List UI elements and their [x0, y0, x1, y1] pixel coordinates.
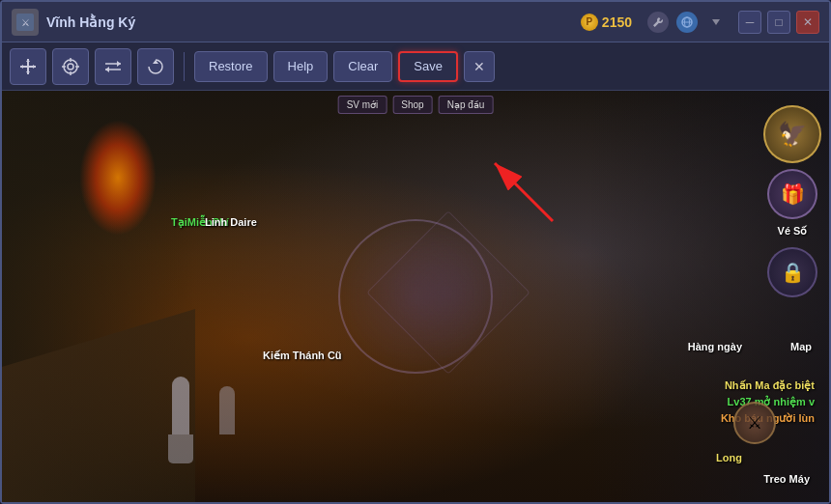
- linh-daire-label: Linh Daire: [205, 216, 257, 228]
- svg-marker-5: [712, 19, 720, 25]
- svg-marker-11: [33, 65, 36, 69]
- window-controls: ─ □ ✕: [738, 11, 819, 34]
- treo-may-label: Treo Máy: [763, 473, 810, 485]
- wrench-icon[interactable]: [647, 12, 669, 33]
- swap-tool-button[interactable]: [95, 48, 131, 85]
- target-tool-button[interactable]: [52, 48, 89, 85]
- character2-area: [215, 386, 239, 454]
- svg-marker-19: [117, 61, 121, 67]
- svg-point-12: [64, 60, 77, 73]
- lock-btn[interactable]: 🔒: [767, 247, 817, 297]
- map-label: Map: [790, 341, 812, 352]
- svg-text:⚔: ⚔: [21, 17, 30, 28]
- window-title: Vĩnh Hằng Ký: [46, 14, 581, 30]
- maximize-button[interactable]: □: [767, 11, 790, 34]
- gift-btn[interactable]: 🎁: [767, 169, 817, 219]
- coin-display: P 2150: [581, 14, 632, 31]
- titlebar: ⚔ Vĩnh Hằng Ký P 2150: [2, 2, 829, 42]
- svg-marker-10: [20, 65, 23, 69]
- game-area: SV mới Shop Nạp đầu TạiMiễnPhí Linh Dair…: [2, 91, 829, 502]
- help-button[interactable]: Help: [273, 51, 329, 82]
- toolbar-divider: [184, 52, 185, 81]
- coin-amount: 2150: [602, 14, 632, 30]
- ve-so-label: Vé Số: [778, 225, 808, 238]
- dropdown-icon[interactable]: [705, 12, 727, 33]
- coin-icon: P: [581, 14, 598, 31]
- shop-btn[interactable]: Shop: [392, 96, 432, 114]
- save-button[interactable]: Save: [398, 51, 458, 82]
- svg-marker-21: [105, 67, 109, 72]
- long-label: Long: [716, 452, 742, 463]
- hang-ngay-label: Hàng ngày: [688, 341, 742, 352]
- fire-effect: [79, 120, 157, 236]
- titlebar-extra-icons: [647, 12, 727, 33]
- globe-icon[interactable]: [676, 12, 698, 33]
- app-window: ⚔ Vĩnh Hằng Ký P 2150: [0, 0, 831, 504]
- eagle-icon-btn[interactable]: 🦅: [763, 105, 821, 163]
- rotate-tool-button[interactable]: [137, 48, 174, 85]
- toolbar-close-button[interactable]: ✕: [464, 51, 495, 82]
- svg-marker-8: [26, 59, 30, 62]
- clear-button[interactable]: Clear: [333, 51, 392, 82]
- kiem-thanh-label: Kiếm Thánh Cũ: [263, 350, 342, 362]
- restore-button[interactable]: Restore: [194, 51, 268, 82]
- right-game-ui: 🦅 🎁 Vé Số 🔒: [763, 105, 821, 297]
- sv-moi-btn[interactable]: SV mới: [338, 96, 387, 114]
- app-icon: ⚔: [12, 9, 39, 36]
- toolbar: Restore Help Clear Save ✕: [2, 42, 829, 91]
- character-area: [166, 377, 195, 463]
- nhan-ma-label: Nhấn Ma đặc biệt: [721, 379, 815, 392]
- move-tool-button[interactable]: [10, 48, 46, 85]
- minimize-button[interactable]: ─: [738, 11, 761, 34]
- close-button[interactable]: ✕: [796, 11, 819, 34]
- nap-dau-btn[interactable]: Nạp đầu: [439, 96, 494, 114]
- game-top-menu: SV mới Shop Nạp đầu: [338, 96, 494, 114]
- warrior-btn[interactable]: ⚔: [733, 402, 776, 444]
- svg-point-13: [68, 64, 73, 70]
- svg-marker-9: [26, 71, 30, 74]
